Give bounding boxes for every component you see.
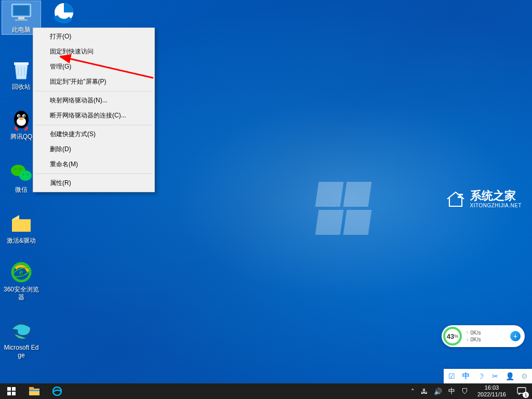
menu-separator xyxy=(35,174,153,174)
svg-point-12 xyxy=(18,115,20,117)
download-speed: 0K/s xyxy=(471,336,481,343)
menu-item[interactable]: 重命名(M) xyxy=(34,157,153,172)
svg-rect-7 xyxy=(14,62,29,65)
ime-toolbar[interactable]: ☑ 中 ☽ ✂ 👤 ⚙ xyxy=(444,369,532,383)
edge-icon xyxy=(10,319,33,342)
svg-text:e: e xyxy=(19,268,23,276)
tray-ime[interactable]: 中 xyxy=(448,387,455,396)
svg-rect-27 xyxy=(7,387,11,391)
menu-item[interactable]: 断开网络驱动器的连接(C)... xyxy=(34,108,153,123)
svg-point-16 xyxy=(19,170,32,181)
ime-lang[interactable]: 中 xyxy=(461,371,471,381)
desktop-icon-360[interactable]: e360安全浏览器 xyxy=(2,261,41,302)
activate-icon xyxy=(10,212,33,235)
tray-chevron-up-icon[interactable]: ˄ xyxy=(411,388,415,395)
context-menu: 打开(O)固定到快速访问管理(G)固定到"开始"屏幕(P)映射网络驱动器(N).… xyxy=(33,28,155,192)
svg-rect-30 xyxy=(12,392,16,395)
menu-item[interactable]: 固定到快速访问 xyxy=(34,44,153,59)
svg-point-18 xyxy=(19,168,21,170)
menu-item[interactable]: 删除(D) xyxy=(34,142,153,157)
tray-shield-icon[interactable]: ⛉ xyxy=(461,388,468,395)
menu-separator xyxy=(35,91,153,91)
taskbar: ˄ 🖧 🔊 中 ⛉ 16:03 2022/11/16 1 xyxy=(0,383,532,399)
tray-volume-icon[interactable]: 🔊 xyxy=(434,388,442,395)
desktop-icon-browser1[interactable] xyxy=(45,1,83,26)
desktop-icon-label: Microsoft Edge xyxy=(2,343,41,360)
menu-item[interactable]: 打开(O) xyxy=(34,29,153,44)
desktop-icon-label xyxy=(45,25,83,26)
svg-rect-5 xyxy=(15,19,28,21)
ime-check-icon[interactable]: ☑ xyxy=(447,372,456,380)
taskbar-explorer[interactable] xyxy=(23,383,46,399)
qq-icon xyxy=(10,108,33,131)
gear-icon[interactable]: ⚙ xyxy=(520,372,529,380)
notification-badge: 1 xyxy=(523,392,529,398)
menu-item[interactable]: 固定到"开始"屏幕(P) xyxy=(34,74,153,89)
taskbar-edge[interactable] xyxy=(46,383,69,399)
this-pc-icon xyxy=(10,1,33,24)
menu-item[interactable]: 映射网络驱动器(N)... xyxy=(34,93,153,108)
svg-rect-32 xyxy=(29,387,34,390)
moon-icon[interactable]: ☽ xyxy=(476,372,485,380)
svg-rect-21 xyxy=(12,219,31,232)
clock-time: 16:03 xyxy=(477,384,506,391)
action-center-button[interactable]: 1 xyxy=(511,383,532,399)
svg-rect-28 xyxy=(12,387,16,391)
svg-point-19 xyxy=(23,174,24,176)
scissors-icon[interactable]: ✂ xyxy=(490,372,500,380)
svg-rect-4 xyxy=(18,17,24,19)
svg-point-17 xyxy=(15,168,17,170)
svg-point-20 xyxy=(27,174,29,176)
upload-icon: ↑ xyxy=(466,330,469,336)
360-icon: e xyxy=(10,261,33,284)
widget-expand-button[interactable]: + xyxy=(510,331,521,341)
desktop-icon-label: 激活&驱动 xyxy=(2,236,41,245)
menu-item[interactable]: 创建快捷方式(S) xyxy=(34,127,153,142)
svg-rect-3 xyxy=(14,6,29,15)
menu-item[interactable]: 属性(R) xyxy=(34,176,153,191)
system-tray: ˄ 🖧 🔊 中 ⛉ xyxy=(407,383,472,399)
clock-date: 2022/11/16 xyxy=(477,391,506,398)
desktop-icon-activate[interactable]: 激活&驱动 xyxy=(2,212,41,245)
browser1-icon xyxy=(52,1,75,24)
taskbar-clock[interactable]: 16:03 2022/11/16 xyxy=(472,383,511,399)
desktop-icon-edge[interactable]: Microsoft Edge xyxy=(2,319,41,360)
svg-rect-29 xyxy=(7,392,11,395)
wechat-icon xyxy=(10,161,33,184)
svg-point-13 xyxy=(23,115,25,117)
usage-ring: 43% xyxy=(443,327,462,345)
desktop-icon-label: 360安全浏览器 xyxy=(2,285,41,302)
network-speed-widget[interactable]: 43% ↑0K/s ↓0K/s + xyxy=(442,325,525,347)
svg-rect-33 xyxy=(29,390,39,391)
upload-speed: 0K/s xyxy=(471,329,481,336)
download-icon: ↓ xyxy=(466,337,469,343)
recycle-icon xyxy=(10,58,33,81)
menu-item[interactable]: 管理(G) xyxy=(34,59,153,74)
svg-point-14 xyxy=(19,118,23,120)
menu-separator xyxy=(35,125,153,125)
person-icon[interactable]: 👤 xyxy=(505,372,514,380)
tray-network-icon[interactable]: 🖧 xyxy=(421,388,428,395)
start-button[interactable] xyxy=(0,383,23,399)
